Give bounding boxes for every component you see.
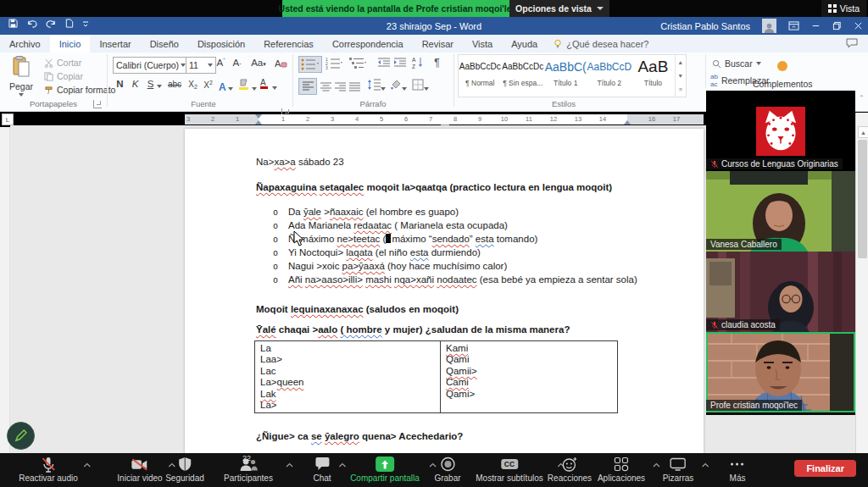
style-heading1[interactable]: AaBbC( Título 1	[544, 55, 587, 97]
share-screen-button[interactable]: Compartir pantalla	[350, 456, 420, 483]
signed-in-user[interactable]: Cristian Pablo Santos	[660, 21, 750, 31]
bullets-button[interactable]	[298, 56, 322, 73]
superscript-button[interactable]: X2	[201, 80, 215, 90]
text-effects-button[interactable]: A	[219, 79, 233, 94]
tab-ayuda[interactable]: Ayuda	[502, 35, 547, 53]
tab-revisar[interactable]: Revisar	[413, 35, 463, 53]
addins-button[interactable]: Complementos	[753, 79, 813, 89]
cut-button[interactable]: Cortar	[44, 58, 81, 68]
multilevel-list-button[interactable]	[348, 56, 367, 73]
italic-button[interactable]: K	[128, 79, 142, 89]
reactions-button[interactable]: Reacciones	[548, 456, 592, 483]
align-center-button[interactable]	[320, 80, 331, 96]
captions-button[interactable]: CC Mostrar subtítulos	[476, 456, 542, 483]
strikethrough-button[interactable]: abc	[164, 80, 185, 89]
video-tile-claudia[interactable]: claudia acosta	[706, 252, 855, 332]
close-button[interactable]	[854, 21, 863, 30]
line-spacing-button[interactable]	[367, 79, 386, 94]
copy-button[interactable]: Copiar	[44, 71, 83, 81]
borders-button[interactable]	[412, 79, 429, 94]
change-case-button[interactable]: Aa▾	[248, 58, 270, 68]
video-tile-profe-cristian[interactable]: Profe cristian moqoi'lec	[706, 332, 855, 412]
document-page[interactable]: Na>xa>a sábado 23 Ñapaxaguina setaqalec …	[185, 129, 704, 487]
new-document-icon[interactable]	[65, 19, 74, 28]
justify-button[interactable]	[349, 80, 360, 96]
shrink-font-button[interactable]: Aˇ	[230, 58, 244, 69]
underline-dropdown-arrow[interactable]	[157, 85, 162, 88]
view-options-button[interactable]: Opciones de vista	[509, 0, 609, 17]
format-painter-button[interactable]: Copiar formato	[44, 85, 115, 95]
hanging-indent-marker[interactable]	[255, 120, 262, 125]
user-avatar[interactable]	[762, 19, 776, 33]
numbering-button[interactable]: 123	[325, 56, 343, 73]
increase-indent-button[interactable]	[393, 57, 407, 72]
chat-button[interactable]: Chat	[313, 456, 331, 483]
video-tile-vanesa[interactable]: Vanesa Caballero	[706, 171, 855, 252]
styles-gallery-scroll[interactable]: ▲▼≡	[675, 55, 686, 97]
shading-button[interactable]	[389, 79, 407, 94]
video-tile-cursos[interactable]: Cursos de Lenguas Originarias	[706, 91, 855, 171]
grow-font-button[interactable]: Aˆ	[214, 58, 228, 68]
style-no-spacing[interactable]: AaBbCcDc ¶ Sin espa...	[501, 55, 543, 97]
chevron-up-icon[interactable]	[84, 462, 92, 468]
tab-selector[interactable]: L	[2, 113, 14, 125]
security-button[interactable]: Seguridad	[165, 456, 204, 483]
paste-dropdown-arrow[interactable]	[19, 93, 24, 97]
collapse-ribbon-chevron[interactable]: ˆ	[860, 95, 863, 104]
apps-button[interactable]: Aplicaciones	[598, 456, 645, 483]
annotation-pencil-button[interactable]	[7, 422, 35, 450]
record-button[interactable]: Grabar	[434, 456, 460, 483]
subscript-button[interactable]: X2	[186, 80, 200, 90]
font-name-combo[interactable]: Calibri (Cuerpo)	[113, 57, 189, 74]
chevron-up-icon[interactable]	[653, 462, 660, 468]
minimize-button[interactable]	[811, 21, 821, 30]
tab-referencias[interactable]: Referencias	[254, 35, 323, 53]
redo-icon[interactable]	[46, 19, 57, 28]
view-button[interactable]: Vista	[821, 0, 866, 17]
font-color-button[interactable]: A	[259, 78, 277, 93]
document-scrollbar[interactable]: ▲	[855, 113, 868, 453]
clear-formatting-button[interactable]: A	[275, 58, 287, 73]
paste-button[interactable]: Pegar	[7, 56, 36, 97]
tab-diseno[interactable]: Diseño	[141, 35, 188, 53]
style-heading2[interactable]: AaBbCcD Título 2	[587, 55, 632, 97]
right-indent-marker[interactable]	[624, 120, 631, 125]
restore-button[interactable]	[832, 21, 842, 30]
chevron-up-icon[interactable]	[339, 462, 347, 468]
whiteboards-button[interactable]: Pizarras	[663, 456, 694, 483]
decrease-indent-button[interactable]	[377, 57, 391, 72]
tab-correspondencia[interactable]: Correspondencia	[323, 35, 413, 53]
align-left-button[interactable]	[298, 78, 317, 95]
chevron-up-icon[interactable]	[701, 462, 709, 468]
ribbon-display-options-icon[interactable]	[788, 21, 799, 30]
tab-inicio[interactable]: Inicio	[50, 35, 91, 53]
tell-me-box[interactable]: ¿Qué desea hacer?	[547, 35, 655, 53]
bold-button[interactable]: N	[113, 79, 127, 89]
font-size-combo[interactable]: 11	[186, 57, 216, 74]
tab-archivo[interactable]: Archivo	[0, 35, 50, 53]
find-button[interactable]: Buscar	[712, 58, 761, 69]
comments-icon[interactable]	[846, 38, 858, 48]
style-normal[interactable]: AaBbCcDc ¶ Normal	[459, 55, 501, 97]
tab-disposicion[interactable]: Disposición	[188, 35, 254, 53]
start-video-button[interactable]: Iniciar video	[117, 456, 162, 483]
undo-icon[interactable]	[26, 19, 37, 28]
more-button[interactable]: Más	[730, 456, 746, 483]
show-paragraph-marks-button[interactable]: ¶	[430, 57, 444, 69]
unmute-button[interactable]: Reactivar audio	[19, 456, 77, 483]
style-title[interactable]: AaB Título	[632, 55, 674, 97]
sort-button[interactable]: AZ	[412, 56, 425, 73]
tab-vista[interactable]: Vista	[463, 35, 502, 53]
tab-insertar[interactable]: Insertar	[90, 35, 140, 53]
chevron-up-icon[interactable]	[286, 462, 293, 468]
underline-button[interactable]: S	[143, 79, 158, 89]
save-icon[interactable]	[8, 19, 18, 28]
align-right-button[interactable]	[335, 80, 346, 96]
first-line-indent-marker[interactable]	[255, 114, 262, 119]
customize-qat-icon[interactable]	[82, 20, 89, 27]
clipboard-dialog-launcher[interactable]	[93, 100, 102, 108]
scroll-up-button[interactable]: ▲	[858, 126, 868, 138]
highlight-button[interactable]	[238, 79, 257, 94]
scrollbar-thumb[interactable]	[858, 140, 867, 258]
end-meeting-button[interactable]: Finalizar	[794, 460, 856, 477]
